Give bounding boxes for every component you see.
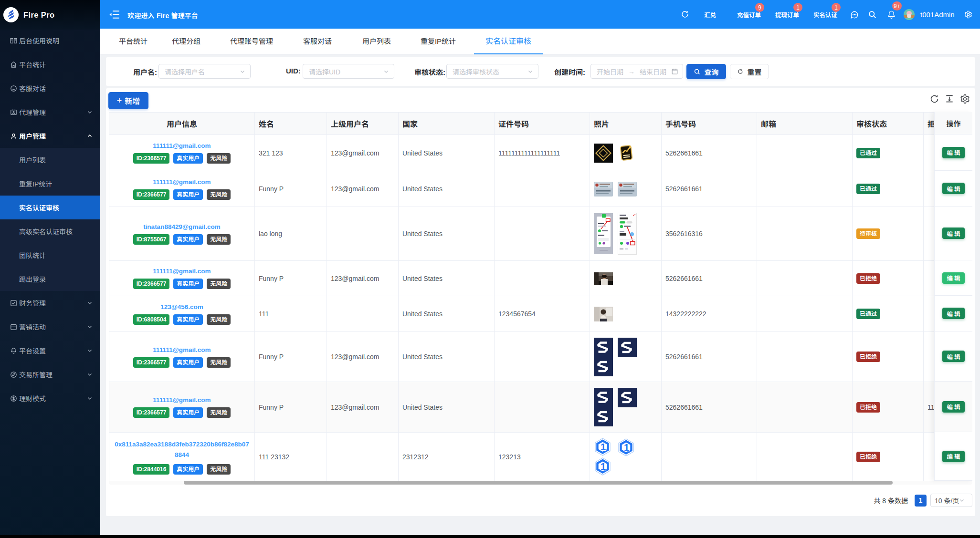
svg-text:1: 1 (601, 442, 606, 452)
svg-text:1: 1 (624, 442, 629, 453)
svg-text:1: 1 (601, 461, 606, 472)
